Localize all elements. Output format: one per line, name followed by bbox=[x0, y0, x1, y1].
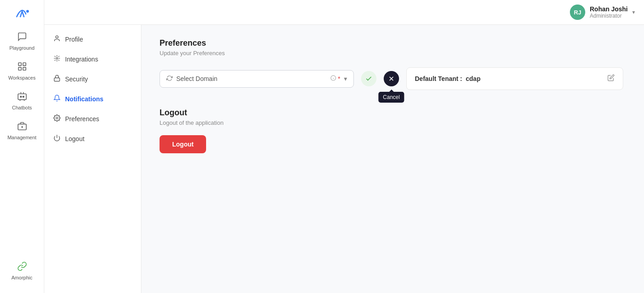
sidebar-item-playground-label: Playground bbox=[9, 45, 35, 51]
edit-icon[interactable] bbox=[607, 74, 615, 83]
default-tenant-text: Default Tenant : cdap bbox=[415, 75, 480, 82]
sidebar-item-playground[interactable]: Playground bbox=[4, 27, 40, 55]
dropdown-chevron-icon: ▾ bbox=[344, 75, 347, 82]
sidebar-item-management-label: Management bbox=[7, 135, 36, 140]
settings-item-integrations[interactable]: Integrations bbox=[44, 49, 141, 69]
settings-item-logout[interactable]: Logout bbox=[44, 129, 141, 149]
profile-label: Profile bbox=[65, 36, 83, 43]
cancel-tooltip: Cancel bbox=[378, 92, 404, 103]
info-icon bbox=[330, 75, 336, 82]
amorphic-icon bbox=[17, 261, 27, 273]
svg-rect-4 bbox=[23, 67, 25, 70]
user-details: Rohan Joshi Administrator bbox=[590, 5, 628, 19]
svg-point-12 bbox=[56, 57, 58, 59]
app-logo[interactable] bbox=[11, 5, 33, 23]
svg-rect-1 bbox=[18, 63, 21, 66]
logout-button[interactable]: Logout bbox=[160, 135, 206, 153]
svg-point-14 bbox=[56, 117, 58, 119]
lock-icon bbox=[53, 75, 61, 84]
svg-point-11 bbox=[56, 36, 58, 38]
default-tenant-card: Default Tenant : cdap bbox=[406, 67, 623, 90]
settings-item-notifications[interactable]: Notifications bbox=[44, 89, 141, 109]
user-menu[interactable]: RJ Rohan Joshi Administrator ▾ bbox=[570, 5, 635, 20]
security-label: Security bbox=[65, 76, 88, 83]
sidebar-item-workspaces-label: Workspaces bbox=[8, 75, 35, 80]
svg-rect-2 bbox=[23, 63, 25, 66]
main-content: Preferences Update your Preferences Sele… bbox=[141, 25, 644, 293]
preferences-subtitle: Update your Preferences bbox=[160, 50, 626, 57]
logout-menu-label: Logout bbox=[65, 135, 85, 142]
svg-point-7 bbox=[23, 96, 24, 98]
person-icon bbox=[53, 35, 61, 44]
user-avatar: RJ bbox=[570, 5, 585, 20]
sidebar-item-workspaces[interactable]: Workspaces bbox=[4, 57, 40, 85]
user-role: Administrator bbox=[590, 13, 628, 19]
sidebar-item-management[interactable]: Management bbox=[4, 117, 40, 145]
svg-point-0 bbox=[26, 10, 29, 13]
management-icon bbox=[17, 121, 27, 133]
settings-item-preferences[interactable]: Preferences bbox=[44, 109, 141, 129]
settings-item-security[interactable]: Security bbox=[44, 69, 141, 89]
integrations-icon bbox=[53, 55, 61, 64]
content-area: Profile Integrations S bbox=[44, 25, 644, 293]
settings-sidebar: Profile Integrations S bbox=[44, 25, 141, 293]
sidebar-bottom: Amorphic bbox=[4, 258, 40, 288]
svg-point-6 bbox=[20, 96, 21, 98]
select-domain-dropdown[interactable]: Select Domain * ▾ bbox=[160, 70, 354, 88]
preferences-section: Preferences Update your Preferences Sele… bbox=[160, 38, 626, 90]
svg-rect-5 bbox=[18, 94, 26, 100]
notifications-label: Notifications bbox=[65, 95, 103, 103]
logout-subtitle: Logout of the application bbox=[160, 119, 626, 126]
sidebar-item-chatbots-label: Chatbots bbox=[12, 105, 32, 110]
main-wrapper: RJ Rohan Joshi Administrator ▾ Profile bbox=[44, 0, 644, 293]
preferences-label: Preferences bbox=[65, 115, 99, 123]
sidebar-item-amorphic[interactable]: Amorphic bbox=[4, 258, 40, 284]
svg-rect-13 bbox=[54, 78, 60, 81]
user-name: Rohan Joshi bbox=[590, 5, 628, 13]
gear-icon bbox=[53, 114, 61, 123]
cancel-button-wrapper: Cancel bbox=[384, 71, 399, 86]
integrations-label: Integrations bbox=[65, 56, 98, 63]
required-marker: * bbox=[338, 75, 340, 82]
power-icon bbox=[53, 134, 61, 143]
settings-item-profile[interactable]: Profile bbox=[44, 29, 141, 49]
preferences-row: Select Domain * ▾ bbox=[160, 67, 626, 90]
refresh-icon bbox=[166, 75, 173, 83]
bell-icon bbox=[53, 95, 61, 104]
top-header: RJ Rohan Joshi Administrator ▾ bbox=[44, 0, 644, 25]
confirm-button[interactable] bbox=[361, 71, 376, 86]
chatbots-icon bbox=[17, 91, 27, 103]
select-domain-text: Select Domain bbox=[176, 75, 330, 82]
logout-title: Logout bbox=[160, 108, 626, 118]
cancel-button[interactable] bbox=[384, 71, 399, 86]
workspaces-icon bbox=[17, 61, 27, 73]
chevron-down-icon: ▾ bbox=[632, 9, 635, 15]
sidebar-item-chatbots[interactable]: Chatbots bbox=[4, 87, 40, 115]
amorphic-label: Amorphic bbox=[11, 275, 32, 280]
svg-rect-3 bbox=[18, 67, 21, 70]
preferences-title: Preferences bbox=[160, 38, 626, 48]
playground-icon bbox=[17, 32, 27, 43]
logout-section: Logout Logout of the application Logout bbox=[160, 108, 626, 153]
left-sidebar: Playground Workspaces Chatbots bbox=[0, 0, 44, 293]
